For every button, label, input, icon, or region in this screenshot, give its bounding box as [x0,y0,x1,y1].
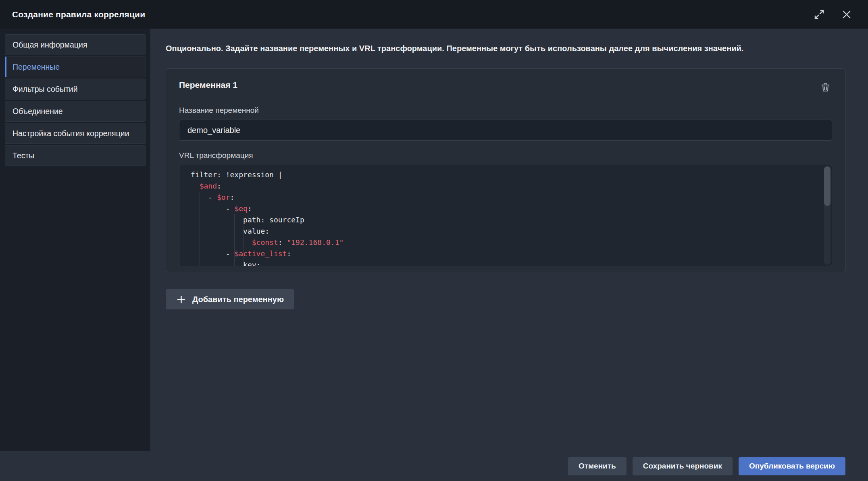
sidebar-item-label: Фильтры событий [12,85,78,94]
sidebar-item-variables[interactable]: Переменные [5,56,146,77]
sidebar-item-general[interactable]: Общая информация [5,34,146,55]
editor-scrollbar-thumb[interactable] [824,166,831,206]
indent-guide [234,214,235,266]
main-content: Опционально. Задайте название переменных… [150,29,868,451]
code-line: - $or: [191,192,820,203]
modal-header: Создание правила корреляции [0,0,868,29]
publish-version-button[interactable]: Опубликовать версию [739,457,845,475]
modal-body: Общая информацияПеременныеФильтры событи… [0,29,868,451]
variable-name-label: Название переменной [179,106,832,115]
code-line: path: sourceIp [191,214,820,226]
cancel-button[interactable]: Отменить [568,457,627,475]
sidebar-item-label: Переменные [12,62,60,72]
close-icon[interactable] [839,7,854,22]
header-actions [812,7,856,22]
plus-icon [176,294,186,305]
vrl-code-editor[interactable]: filter: !expression | $and: - $or: - $eq… [179,165,832,266]
modal-title: Создание правила корреляции [12,10,145,19]
sidebar-item-label: Общая информация [12,40,87,50]
indent-guide [217,203,217,266]
code-line: filter: !expression | [191,169,820,180]
modal-footer: Отменить Сохранить черновик Опубликовать… [0,451,868,481]
save-draft-button[interactable]: Сохранить черновик [633,457,733,475]
add-variable-label: Добавить переменную [192,295,284,304]
create-correlation-rule-modal: Создание правила корреляции Общая информ [0,0,868,481]
sidebar-nav: Общая информацияПеременныеФильтры событи… [0,29,150,451]
trash-icon[interactable] [818,80,832,94]
add-variable-button[interactable]: Добавить переменную [166,289,294,309]
sidebar-item-tests[interactable]: Тесты [5,145,146,166]
code-line: $and: [191,180,820,192]
variable-card-header: Переменная 1 [179,80,832,94]
sidebar-item-label: Настройка события корреляции [12,129,129,138]
editor-scrollbar[interactable] [824,166,831,265]
sidebar-item-join[interactable]: Объединение [5,101,146,122]
indent-guide [200,192,200,266]
sidebar-item-correlation-event[interactable]: Настройка события корреляции [5,123,146,144]
sidebar-item-label: Объединение [12,107,63,116]
indent-guide [243,226,244,266]
variable-name-input[interactable] [179,120,832,141]
code-line: key: [191,259,820,266]
vrl-transform-label: VRL трансформация [179,151,832,160]
code-line: - $eq: [191,203,820,214]
sidebar-item-label: Тесты [12,151,34,160]
code-line: - $active_list: [191,248,820,259]
variable-card: Переменная 1 Название переменной VRL тра… [166,68,845,272]
variable-card-title: Переменная 1 [179,80,237,90]
code-line: $const: "192.168.0.1" [191,237,820,248]
code-line: value: [191,226,820,237]
expand-icon[interactable] [812,7,827,22]
step-description: Опционально. Задайте название переменных… [166,43,845,54]
vrl-code: filter: !expression | $and: - $or: - $eq… [179,165,832,266]
sidebar-item-event-filters[interactable]: Фильтры событий [5,79,146,100]
